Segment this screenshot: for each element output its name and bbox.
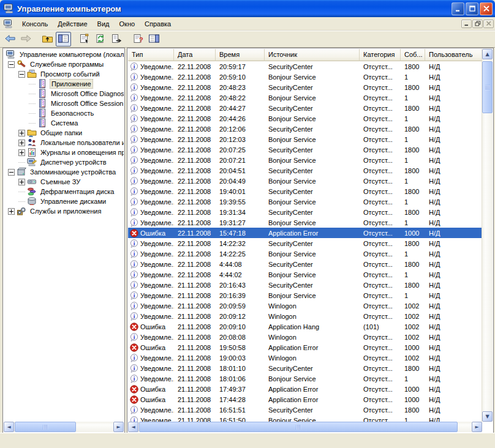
scroll-up-icon[interactable]: ▲ — [482, 49, 493, 59]
event-row[interactable]: Ошибка21.11.200817:49:37Application Erro… — [128, 384, 482, 394]
tree-item-event-log[interactable]: Microsoft Office Diagnos — [4, 89, 124, 99]
event-row[interactable]: iУведомле...21.11.200816:51:50Bonjour Se… — [128, 415, 482, 422]
tree-item-services[interactable]: Службы и приложения — [4, 206, 124, 216]
event-row[interactable]: iУведомле...22.11.200814:22:32SecurityCe… — [128, 238, 482, 248]
event-row[interactable]: iУведомле...21.11.200820:16:39Bonjour Se… — [128, 290, 482, 301]
expand-icon[interactable] — [18, 140, 25, 146]
tree-item-performance-logs[interactable]: Журналы и оповещения пр — [4, 147, 124, 157]
event-row[interactable]: iУведомле...22.11.200819:31:27Bonjour Se… — [128, 217, 482, 228]
menu-item-5[interactable]: Справка — [140, 19, 176, 29]
event-row[interactable]: iУведомле...21.11.200820:08:08WinlogonОт… — [128, 332, 482, 342]
tree-item-device-manager[interactable]: Диспетчер устройств — [4, 157, 124, 167]
help-button[interactable]: ? — [130, 32, 146, 47]
minimize-button[interactable] — [452, 2, 464, 15]
mdi-close-button[interactable] — [483, 20, 494, 28]
event-row[interactable]: iУведомле...22.11.200820:07:21Bonjour Se… — [128, 155, 482, 165]
scroll-left-icon[interactable]: ◄ — [4, 422, 14, 432]
show-panel-button[interactable] — [146, 32, 162, 47]
show-tree-button[interactable] — [56, 32, 71, 47]
tree-item-local-users[interactable]: Локальные пользователи и — [4, 138, 124, 147]
back-button[interactable] — [2, 32, 18, 47]
event-row[interactable]: iУведомле...22.11.200820:12:06SecurityCe… — [128, 124, 482, 134]
column-header-5[interactable]: Категория — [360, 49, 401, 61]
event-row[interactable]: iУведомле...21.11.200820:09:59WinlogonОт… — [128, 301, 482, 311]
event-row[interactable]: iУведомле...22.11.200820:44:26Bonjour Se… — [128, 113, 482, 124]
column-header-7[interactable]: Пользователь — [425, 49, 482, 61]
tree-item-defrag[interactable]: Дефрагментация диска — [4, 187, 124, 196]
column-header-4[interactable]: Источник — [265, 49, 360, 61]
expand-icon[interactable] — [18, 179, 25, 185]
expand-icon[interactable] — [18, 149, 25, 156]
collapse-icon[interactable] — [18, 71, 25, 78]
forward-button[interactable] — [18, 32, 34, 47]
expand-icon[interactable] — [18, 130, 25, 136]
refresh-button[interactable] — [93, 32, 108, 47]
event-row[interactable]: iУведомле...21.11.200816:51:51SecurityCe… — [128, 405, 482, 415]
tree-item-event-viewer[interactable]: Просмотр событий — [4, 69, 124, 79]
tree-item-event-log[interactable]: Приложение — [4, 79, 124, 89]
tree-hscroll-thumb[interactable] — [15, 422, 76, 432]
column-header-3[interactable]: Время — [216, 49, 265, 61]
menu-item-4[interactable]: Окно — [115, 19, 140, 29]
event-row[interactable]: Ошибка21.11.200820:09:10Application Hang… — [128, 321, 482, 332]
event-row[interactable]: iУведомле...22.11.20084:44:08SecurityCen… — [128, 259, 482, 269]
mdi-restore-button[interactable] — [472, 20, 483, 28]
event-row[interactable]: iУведомле...21.11.200820:09:12WinlogonОт… — [128, 311, 482, 321]
properties-button[interactable] — [77, 32, 93, 47]
column-header-2[interactable]: Дата — [174, 49, 216, 61]
tree-item-event-log[interactable]: Безопасность — [4, 108, 124, 118]
collapse-icon[interactable] — [8, 61, 15, 68]
event-row[interactable]: iУведомле...22.11.200820:04:51SecurityCe… — [128, 165, 482, 176]
tree-horizontal-scrollbar[interactable]: ◄ ► — [4, 422, 124, 432]
event-row[interactable]: iУведомле...21.11.200819:00:03WinlogonОт… — [128, 353, 482, 363]
event-row[interactable]: Ошибка22.11.200815:47:18Application Erro… — [128, 228, 482, 238]
event-row[interactable]: iУведомле...22.11.200820:48:22Bonjour Se… — [128, 92, 482, 103]
tree-item-shared-folders[interactable]: Общие папки — [4, 128, 124, 138]
tree-item-removable-storage[interactable]: Съемные ЗУ — [4, 177, 124, 187]
menu-item-3[interactable]: Вид — [93, 19, 115, 29]
scroll-right-icon[interactable]: ► — [472, 422, 482, 432]
list-vertical-scrollbar[interactable]: ▲ ▼ — [482, 49, 493, 422]
event-id: 1800 — [401, 240, 425, 247]
scroll-left-icon[interactable]: ◄ — [128, 422, 138, 432]
event-row[interactable]: iУведомле...22.11.200820:12:03Bonjour Se… — [128, 134, 482, 144]
event-row[interactable]: iУведомле...22.11.200819:31:34SecurityCe… — [128, 207, 482, 217]
event-row[interactable]: iУведомле...21.11.200818:01:10SecurityCe… — [128, 363, 482, 373]
list-horizontal-scrollbar[interactable]: ◄ ► — [128, 422, 482, 432]
tree-item-computer[interactable]: Управление компьютером (локаль — [4, 50, 124, 59]
event-row[interactable]: iУведомле...22.11.200820:59:17SecurityCe… — [128, 61, 482, 72]
event-row[interactable]: iУведомле...22.11.200819:40:01SecurityCe… — [128, 186, 482, 196]
menu-item-1[interactable]: Консоль — [17, 19, 53, 29]
event-row[interactable]: iУведомле...21.11.200818:01:06Bonjour Se… — [128, 373, 482, 384]
tree-item-event-log[interactable]: Microsoft Office Session — [4, 99, 124, 108]
maximize-button[interactable] — [466, 2, 478, 15]
collapse-icon[interactable] — [8, 169, 15, 176]
event-row[interactable]: iУведомле...22.11.200814:22:25Bonjour Se… — [128, 248, 482, 259]
expand-icon[interactable] — [8, 208, 15, 215]
event-row[interactable]: Ошибка21.11.200819:50:58Application Erro… — [128, 342, 482, 353]
tree-item-disk-management[interactable]: Управление дисками — [4, 196, 124, 206]
column-header-1[interactable]: Тип — [128, 49, 174, 61]
event-row[interactable]: iУведомле...22.11.200820:48:23SecurityCe… — [128, 82, 482, 92]
tree-item-storage[interactable]: Запоминающие устройства — [4, 167, 124, 177]
event-row[interactable]: Ошибка21.11.200817:44:28Application Erro… — [128, 394, 482, 405]
event-row[interactable]: iУведомле...22.11.200820:59:10Bonjour Se… — [128, 72, 482, 82]
event-row[interactable]: iУведомле...22.11.200819:39:55Bonjour Se… — [128, 196, 482, 207]
list-vscroll-thumb[interactable] — [482, 61, 493, 113]
close-button[interactable] — [480, 2, 493, 15]
event-row[interactable]: iУведомле...22.11.200820:44:27SecurityCe… — [128, 103, 482, 113]
menu-item-2[interactable]: Действие — [53, 19, 92, 29]
event-row[interactable]: iУведомле...22.11.200820:04:49Bonjour Se… — [128, 176, 482, 186]
event-row[interactable]: iУведомле...22.11.200820:07:25SecurityCe… — [128, 144, 482, 155]
list-hscroll-thumb[interactable] — [139, 422, 458, 432]
scroll-down-icon[interactable]: ▼ — [482, 411, 493, 422]
tree-item-event-log[interactable]: Система — [4, 118, 124, 128]
mdi-minimize-button[interactable] — [461, 20, 472, 28]
export-list-button[interactable] — [109, 32, 124, 47]
up-folder-button[interactable] — [40, 32, 55, 47]
scroll-right-icon[interactable]: ► — [113, 422, 124, 432]
column-header-6[interactable]: Соб... — [401, 49, 425, 61]
tree-item-tools[interactable]: Служебные программы — [4, 59, 124, 69]
event-row[interactable]: iУведомле...22.11.20084:44:02Bonjour Ser… — [128, 269, 482, 280]
event-row[interactable]: iУведомле...21.11.200820:16:43SecurityCe… — [128, 280, 482, 290]
